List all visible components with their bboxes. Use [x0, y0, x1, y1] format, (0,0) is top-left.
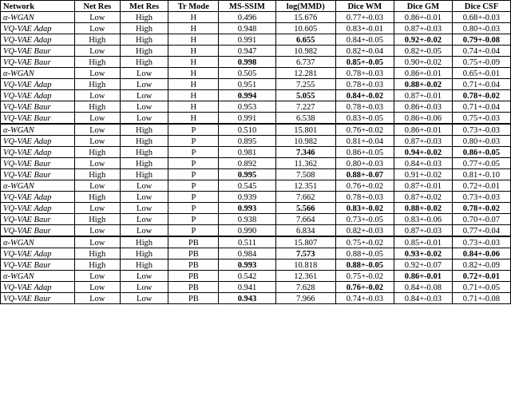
- table-cell: Low: [120, 68, 168, 79]
- table-cell: High: [120, 46, 168, 57]
- column-header-5: log(MMD): [275, 1, 335, 12]
- table-cell: 0.75+-0.02: [335, 236, 394, 248]
- table-cell: 0.984: [219, 248, 275, 260]
- table-cell: VQ-VAE Baur: [1, 113, 75, 125]
- table-cell: 15.801: [275, 124, 335, 136]
- table-cell: 0.88+-0.07: [335, 169, 394, 180]
- table-cell: High: [120, 124, 168, 136]
- table-row: VQ-VAE BaurLowLowH0.9916.5380.83+-0.050.…: [1, 113, 511, 125]
- table-cell: VQ-VAE Adap: [1, 23, 75, 34]
- table-cell: 5.566: [275, 203, 335, 214]
- table-cell: H: [168, 57, 219, 68]
- table-cell: 0.78+-0.03: [335, 79, 394, 90]
- table-cell: α-WGAN: [1, 236, 75, 248]
- table-cell: 0.998: [219, 57, 275, 68]
- table-cell: H: [168, 46, 219, 57]
- table-cell: 0.83+-0.06: [394, 214, 452, 225]
- table-cell: High: [74, 79, 120, 90]
- results-table: NetworkNet ResMet ResTr ModeMS-SSIMlog(M…: [0, 0, 511, 304]
- table-cell: 0.73+-0.03: [452, 236, 510, 248]
- table-cell: 7.573: [275, 248, 335, 260]
- table-cell: 0.83+-0.02: [335, 203, 394, 214]
- table-cell: H: [168, 113, 219, 125]
- table-row: α-WGANLowLowP0.54512.3510.76+-0.020.87+-…: [1, 180, 511, 192]
- table-cell: 0.88+-0.05: [335, 260, 394, 271]
- table-cell: 0.75+-0.03: [452, 113, 510, 125]
- table-cell: 7.255: [275, 79, 335, 90]
- table-cell: P: [168, 225, 219, 237]
- table-cell: P: [168, 147, 219, 158]
- table-row: VQ-VAE AdapLowLowH0.9945.0550.84+-0.020.…: [1, 90, 511, 101]
- table-cell: 0.82+-0.03: [335, 225, 394, 237]
- table-cell: High: [74, 34, 120, 46]
- table-cell: 0.73+-0.03: [452, 124, 510, 136]
- table-cell: 10.605: [275, 23, 335, 34]
- table-cell: 0.542: [219, 271, 275, 282]
- table-cell: 0.93+-0.02: [394, 248, 452, 260]
- table-cell: 0.83+-0.05: [335, 113, 394, 125]
- table-cell: 0.88+-0.02: [394, 79, 452, 90]
- table-row: VQ-VAE AdapHighHighPB0.9847.5730.88+-0.0…: [1, 248, 511, 260]
- table-cell: Low: [74, 113, 120, 125]
- column-header-1: Net Res: [74, 1, 120, 12]
- table-cell: Low: [74, 271, 120, 282]
- table-cell: α-WGAN: [1, 180, 75, 192]
- table-cell: High: [120, 12, 168, 23]
- table-cell: 15.807: [275, 236, 335, 248]
- table-cell: 12.281: [275, 68, 335, 79]
- table-cell: High: [120, 248, 168, 260]
- table-cell: α-WGAN: [1, 12, 75, 23]
- table-cell: 10.982: [275, 46, 335, 57]
- table-cell: 0.74+-0.03: [335, 293, 394, 304]
- table-cell: Low: [74, 46, 120, 57]
- table-cell: High: [120, 169, 168, 180]
- table-row: VQ-VAE BaurLowHighH0.94710.9820.82+-0.04…: [1, 46, 511, 57]
- table-cell: VQ-VAE Adap: [1, 136, 75, 147]
- table-cell: 0.78+-0.02: [452, 90, 510, 101]
- table-cell: 0.73+-0.03: [452, 192, 510, 203]
- table-cell: High: [74, 260, 120, 271]
- table-cell: 7.346: [275, 147, 335, 158]
- table-cell: 0.86+-0.06: [394, 113, 452, 125]
- table-cell: 0.76+-0.02: [335, 124, 394, 136]
- table-cell: 0.938: [219, 214, 275, 225]
- table-cell: 5.055: [275, 90, 335, 101]
- table-cell: 0.941: [219, 282, 275, 293]
- table-cell: 0.86+-0.01: [394, 124, 452, 136]
- table-cell: 0.981: [219, 147, 275, 158]
- table-cell: 6.655: [275, 34, 335, 46]
- table-cell: Low: [120, 90, 168, 101]
- table-row: VQ-VAE AdapLowHighH0.94810.6050.83+-0.01…: [1, 23, 511, 34]
- table-cell: 11.362: [275, 158, 335, 169]
- table-cell: P: [168, 124, 219, 136]
- table-cell: 0.71+-0.04: [452, 79, 510, 90]
- table-row: VQ-VAE BaurHighLowH0.9537.2270.78+-0.030…: [1, 101, 511, 113]
- table-cell: 0.74+-0.04: [452, 46, 510, 57]
- table-cell: VQ-VAE Baur: [1, 225, 75, 237]
- table-cell: P: [168, 214, 219, 225]
- table-cell: 0.80+-0.03: [452, 136, 510, 147]
- table-cell: 12.351: [275, 180, 335, 192]
- table-row: VQ-VAE BaurHighHighPB0.99310.8180.88+-0.…: [1, 260, 511, 271]
- table-cell: 0.92+-0.07: [394, 260, 452, 271]
- table-cell: P: [168, 203, 219, 214]
- table-row: α-WGANLowHighH0.49615.6760.77+-0.030.86+…: [1, 12, 511, 23]
- table-cell: 0.86+-0.01: [394, 271, 452, 282]
- table-cell: 0.78+-0.03: [335, 101, 394, 113]
- table-cell: 0.88+-0.02: [394, 203, 452, 214]
- table-cell: 0.948: [219, 23, 275, 34]
- table-cell: Low: [74, 158, 120, 169]
- table-cell: Low: [120, 203, 168, 214]
- table-cell: 7.664: [275, 214, 335, 225]
- table-cell: Low: [120, 293, 168, 304]
- table-cell: 0.87+-0.03: [394, 23, 452, 34]
- table-row: VQ-VAE AdapHighHighP0.9817.3460.86+-0.05…: [1, 147, 511, 158]
- table-cell: 7.662: [275, 192, 335, 203]
- column-header-4: MS-SSIM: [219, 1, 275, 12]
- table-cell: 12.361: [275, 271, 335, 282]
- column-header-6: Dice WM: [335, 1, 394, 12]
- table-cell: Low: [74, 12, 120, 23]
- table-cell: 0.80+-0.03: [452, 23, 510, 34]
- table-row: VQ-VAE BaurHighHighH0.9986.7370.85+-0.05…: [1, 57, 511, 68]
- table-cell: Low: [74, 90, 120, 101]
